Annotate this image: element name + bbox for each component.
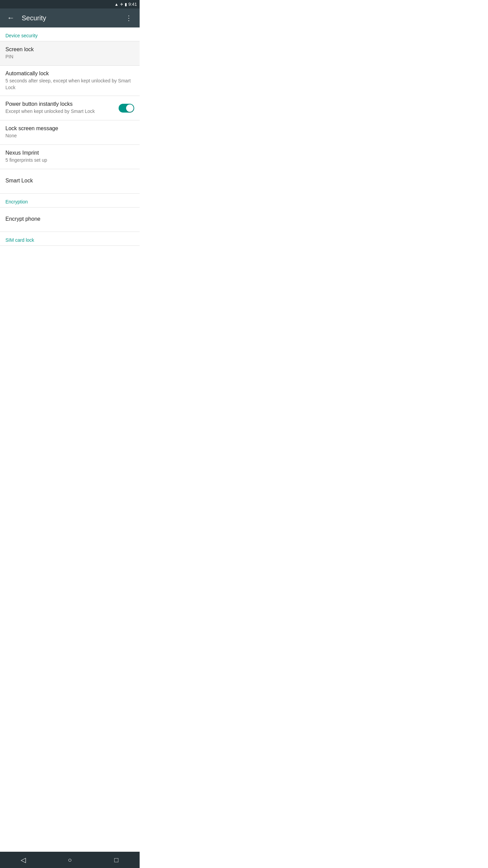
settings-item-subtitle-lock-screen-message: None xyxy=(5,133,134,139)
settings-item-title-nexus-imprint: Nexus Imprint xyxy=(5,150,134,156)
section-header-sim-card-lock: SIM card lock xyxy=(0,232,140,246)
toolbar: ← Security ⋮ xyxy=(0,8,140,27)
status-bar: ▲ ✈ ▮ 9:41 xyxy=(0,0,140,8)
settings-item-title-power-button-locks: Power button instantly locks xyxy=(5,101,119,107)
signal-icon: ▲ xyxy=(115,2,119,7)
toggle-power-button-locks[interactable] xyxy=(119,104,134,113)
settings-item-text-power-button-locks: Power button instantly locksExcept when … xyxy=(5,101,119,115)
settings-item-screen-lock[interactable]: Screen lockPIN xyxy=(0,41,140,66)
settings-item-text-encrypt-phone: Encrypt phone xyxy=(5,216,134,223)
settings-item-subtitle-automatically-lock: 5 seconds after sleep, except when kept … xyxy=(5,78,134,91)
battery-icon: ▮ xyxy=(125,2,127,7)
settings-item-subtitle-power-button-locks: Except when kept unlocked by Smart Lock xyxy=(5,108,119,115)
settings-item-subtitle-screen-lock: PIN xyxy=(5,54,134,60)
settings-item-power-button-locks[interactable]: Power button instantly locksExcept when … xyxy=(0,96,140,120)
settings-item-title-smart-lock: Smart Lock xyxy=(5,178,134,184)
settings-item-encrypt-phone[interactable]: Encrypt phone xyxy=(0,208,140,232)
section-header-encryption: Encryption xyxy=(0,194,140,208)
airplane-icon: ✈ xyxy=(120,2,123,7)
settings-item-nexus-imprint[interactable]: Nexus Imprint5 fingerprints set up xyxy=(0,145,140,169)
toggle-container-power-button-locks xyxy=(119,104,134,113)
settings-item-text-smart-lock: Smart Lock xyxy=(5,178,134,185)
settings-item-title-lock-screen-message: Lock screen message xyxy=(5,125,134,132)
toggle-thumb-power-button-locks xyxy=(126,104,134,112)
status-icons: ▲ ✈ ▮ 9:41 xyxy=(115,2,137,7)
settings-item-text-screen-lock: Screen lockPIN xyxy=(5,46,134,60)
settings-item-automatically-lock[interactable]: Automatically lock5 seconds after sleep,… xyxy=(0,66,140,96)
page-title: Security xyxy=(22,14,46,22)
settings-item-text-nexus-imprint: Nexus Imprint5 fingerprints set up xyxy=(5,150,134,164)
section-header-device-security: Device security xyxy=(0,27,140,41)
settings-item-title-screen-lock: Screen lock xyxy=(5,46,134,53)
back-button[interactable]: ← xyxy=(5,13,16,23)
settings-item-title-encrypt-phone: Encrypt phone xyxy=(5,216,134,222)
status-time: 9:41 xyxy=(128,2,137,7)
settings-item-subtitle-nexus-imprint: 5 fingerprints set up xyxy=(5,157,134,164)
settings-content: Device securityScreen lockPINAutomatical… xyxy=(0,27,140,262)
settings-item-title-automatically-lock: Automatically lock xyxy=(5,71,134,77)
more-options-button[interactable]: ⋮ xyxy=(123,13,134,23)
toolbar-left: ← Security xyxy=(5,13,46,23)
settings-item-text-automatically-lock: Automatically lock5 seconds after sleep,… xyxy=(5,71,134,91)
settings-item-lock-screen-message[interactable]: Lock screen messageNone xyxy=(0,120,140,145)
settings-item-smart-lock[interactable]: Smart Lock xyxy=(0,169,140,194)
settings-item-text-lock-screen-message: Lock screen messageNone xyxy=(5,125,134,139)
